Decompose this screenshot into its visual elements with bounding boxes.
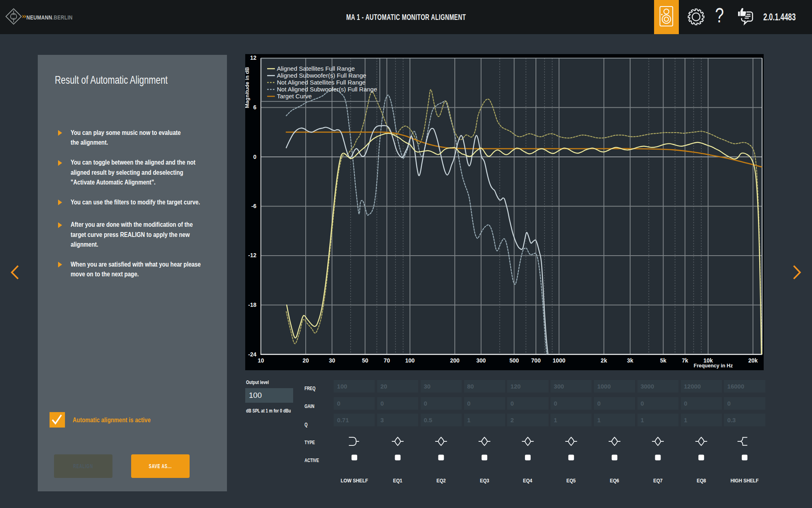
svg-text:5k: 5k	[660, 357, 667, 364]
svg-text:300: 300	[476, 357, 486, 364]
svg-text:2k: 2k	[601, 357, 607, 364]
svg-text:10: 10	[258, 357, 264, 364]
svg-text:700: 700	[531, 357, 541, 364]
svg-text:Frequency in Hz: Frequency in Hz	[694, 363, 733, 369]
svg-text:6: 6	[253, 104, 257, 111]
svg-text:100: 100	[405, 357, 415, 364]
svg-text:Target Curve: Target Curve	[277, 93, 312, 100]
svg-text:7k: 7k	[682, 357, 688, 364]
svg-text:1000: 1000	[553, 357, 565, 364]
svg-text:Aligned Subwoofer(s) Full Rang: Aligned Subwoofer(s) Full Range	[277, 72, 366, 79]
svg-text:20k: 20k	[748, 357, 758, 364]
svg-text:Magnitude in dB: Magnitude in dB	[245, 67, 250, 108]
svg-text:70: 70	[384, 357, 390, 364]
svg-text:-12: -12	[248, 252, 256, 258]
svg-text:50: 50	[362, 357, 368, 364]
svg-text:Not Aligned Subwoofer(s) Full: Not Aligned Subwoofer(s) Full Range	[277, 86, 377, 93]
svg-text:500: 500	[510, 357, 519, 364]
svg-text:-18: -18	[248, 302, 256, 308]
svg-text:-24: -24	[248, 351, 256, 358]
svg-text:12: 12	[250, 54, 257, 61]
svg-text:3k: 3k	[627, 357, 633, 364]
svg-text:Aligned Satellites Full Range: Aligned Satellites Full Range	[277, 65, 355, 72]
svg-text:0: 0	[253, 154, 257, 160]
svg-text:-6: -6	[251, 203, 257, 209]
svg-text:30: 30	[329, 357, 335, 364]
svg-text:200: 200	[450, 357, 460, 364]
svg-text:Not Aligned Satellites Full Ra: Not Aligned Satellites Full Range	[277, 79, 365, 86]
svg-text:20: 20	[302, 357, 309, 364]
